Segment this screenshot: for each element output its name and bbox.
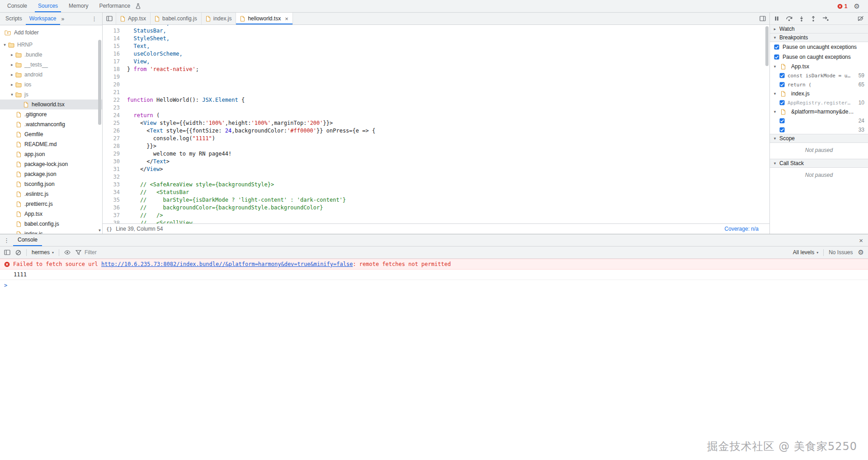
tree-folder-.bundle[interactable]: ▸.bundle xyxy=(0,50,102,60)
tree-folder-js[interactable]: ▾js xyxy=(0,90,102,100)
line-number[interactable]: 29 xyxy=(103,150,127,158)
line-number[interactable]: 16 xyxy=(103,50,127,58)
add-folder-button[interactable]: Add folder xyxy=(0,25,102,39)
line-number[interactable]: 19 xyxy=(103,73,127,81)
code-text[interactable]: // <SafeAreaView style={backgroundStyle}… xyxy=(127,181,769,189)
editor-tab-babel.config.js[interactable]: babel.config.js xyxy=(151,13,202,24)
line-number[interactable]: 23 xyxy=(103,104,127,112)
pause-resume-icon[interactable] xyxy=(774,16,779,21)
checkbox-checked-icon[interactable] xyxy=(779,73,785,78)
drawer-menu-icon[interactable]: ⋮ xyxy=(0,237,13,244)
code-text[interactable]: StatusBar, xyxy=(127,27,769,35)
watch-section-header[interactable]: ▸ Watch xyxy=(770,24,868,33)
code-text[interactable]: welcome to my RN page44! xyxy=(127,150,769,158)
step-into-icon[interactable] xyxy=(799,16,804,22)
tab-console-drawer[interactable]: Console xyxy=(13,234,42,246)
scope-section-header[interactable]: ▾ Scope xyxy=(770,134,868,143)
line-number[interactable]: 25 xyxy=(103,119,127,127)
step-out-icon[interactable] xyxy=(811,16,816,22)
code-text[interactable]: // <StatusBar xyxy=(127,189,769,196)
breakpoint-group-header[interactable]: ▾index.js xyxy=(770,89,868,98)
tree-file-app.json[interactable]: app.json xyxy=(0,149,102,159)
editor-scrollbar[interactable] xyxy=(764,25,769,223)
line-number[interactable]: 30 xyxy=(103,158,127,166)
code-text[interactable]: }}> xyxy=(127,142,769,150)
line-number[interactable]: 27 xyxy=(103,135,127,142)
chevron-down-icon[interactable]: ▾ xyxy=(773,109,777,114)
scrollbar-thumb[interactable] xyxy=(765,26,769,66)
tree-file-.watchmanconfig[interactable]: .watchmanconfig xyxy=(0,119,102,129)
tree-file-.eslintrc.js[interactable]: .eslintrc.js xyxy=(0,189,102,199)
code-text[interactable]: function HelloWorld(): JSX.Element { xyxy=(127,96,769,104)
line-number[interactable]: 34 xyxy=(103,189,127,196)
line-number[interactable]: 37 xyxy=(103,212,127,219)
tab-workspace[interactable]: Workspace xyxy=(26,13,60,25)
code-text[interactable]: } from 'react-native'; xyxy=(127,66,769,73)
tab-memory-panel[interactable]: Memory xyxy=(66,0,91,12)
code-text[interactable]: </Text> xyxy=(127,158,769,166)
line-number[interactable]: 38 xyxy=(103,219,127,223)
line-number[interactable]: 31 xyxy=(103,166,127,173)
error-count-badge[interactable]: 1 xyxy=(837,3,848,9)
editor-tab-helloworld.tsx[interactable]: helloworld.tsx× xyxy=(236,13,292,24)
editor-tab-App.tsx[interactable]: App.tsx xyxy=(116,13,151,24)
line-number[interactable]: 35 xyxy=(103,196,127,204)
code-text[interactable]: View, xyxy=(127,58,769,66)
pause-exception-toggle[interactable]: Pause on caught exceptions xyxy=(770,52,868,62)
tree-file-package-lock.json[interactable]: package-lock.json xyxy=(0,159,102,169)
scrollbar-thumb[interactable] xyxy=(98,40,101,125)
code-editor[interactable]: 12 ScrollView,13 StatusBar,14 StyleSheet… xyxy=(103,25,769,223)
code-text[interactable]: // <ScrollView xyxy=(127,219,769,223)
code-text[interactable]: // /> xyxy=(127,212,769,219)
line-number[interactable]: 14 xyxy=(103,35,127,43)
code-text[interactable]: return ( xyxy=(127,112,769,119)
code-text[interactable]: console.log("1111") xyxy=(127,135,769,142)
line-number[interactable]: 17 xyxy=(103,58,127,66)
checkbox-checked-icon[interactable] xyxy=(779,100,785,105)
close-drawer-icon[interactable]: × xyxy=(854,237,868,244)
tree-file-.gitignore[interactable]: .gitignore xyxy=(0,109,102,119)
line-number[interactable]: 26 xyxy=(103,127,127,135)
step-icon[interactable] xyxy=(822,16,829,21)
line-number[interactable]: 13 xyxy=(103,27,127,35)
gear-icon[interactable]: ⚙ xyxy=(854,2,860,10)
tree-file-.prettierrc.js[interactable]: .prettierrc.js xyxy=(0,199,102,209)
navigator-menu-icon[interactable]: ⋮ xyxy=(88,15,100,22)
tab-performance-panel[interactable]: Performance xyxy=(96,0,133,12)
chevron-down-icon[interactable]: ▾ xyxy=(2,43,8,47)
console-sidebar-icon[interactable] xyxy=(4,250,10,255)
code-text[interactable]: <Text style={{fontSize: 24,backgroundCol… xyxy=(127,127,769,135)
console-prompt[interactable]: > xyxy=(0,280,868,291)
live-expression-eye-icon[interactable] xyxy=(64,250,71,255)
chevron-right-icon[interactable]: ▸ xyxy=(9,82,15,87)
code-text[interactable]: Text, xyxy=(127,43,769,50)
tree-file-App.tsx[interactable]: App.tsx xyxy=(0,209,102,219)
breakpoint-entry[interactable]: AppRegistry.register…10 xyxy=(770,98,868,107)
breakpoint-group-header[interactable]: ▾&platform=harmony&de… xyxy=(770,107,868,116)
deactivate-breakpoints-icon[interactable] xyxy=(858,16,864,21)
filter-input[interactable]: Filter xyxy=(75,249,211,256)
tab-sources-panel[interactable]: Sources xyxy=(35,0,61,12)
breakpoint-entry[interactable]: return (65 xyxy=(770,80,868,89)
line-number[interactable]: 28 xyxy=(103,142,127,150)
coverage-link[interactable]: Coverage: n/a xyxy=(725,226,766,232)
tree-file-Gemfile[interactable]: Gemfile xyxy=(0,129,102,139)
checkbox-checked-icon[interactable] xyxy=(774,44,779,50)
line-number[interactable]: 36 xyxy=(103,204,127,212)
pause-exception-toggle[interactable]: Pause on uncaught exceptions xyxy=(770,42,868,52)
code-text[interactable] xyxy=(127,81,769,89)
step-over-icon[interactable] xyxy=(786,16,793,21)
code-text[interactable]: <View style={{width:'100%',height:'100%'… xyxy=(127,119,769,127)
toggle-debugger-sidebar-icon[interactable] xyxy=(760,13,769,24)
line-number[interactable]: 20 xyxy=(103,81,127,89)
navigator-scrollbar[interactable] xyxy=(97,38,102,227)
console-settings-gear-icon[interactable]: ⚙ xyxy=(858,248,864,256)
code-text[interactable]: </View> xyxy=(127,166,769,173)
tree-folder-__tests__[interactable]: ▸__tests__ xyxy=(0,60,102,70)
line-number[interactable]: 22 xyxy=(103,96,127,104)
call-stack-section-header[interactable]: ▾ Call Stack xyxy=(770,159,868,168)
checkbox-checked-icon[interactable] xyxy=(779,118,785,123)
tree-file-index.js[interactable]: index.js xyxy=(0,229,102,234)
more-tabs-icon[interactable]: » xyxy=(60,16,66,22)
pretty-print-icon[interactable]: {} xyxy=(106,226,112,232)
